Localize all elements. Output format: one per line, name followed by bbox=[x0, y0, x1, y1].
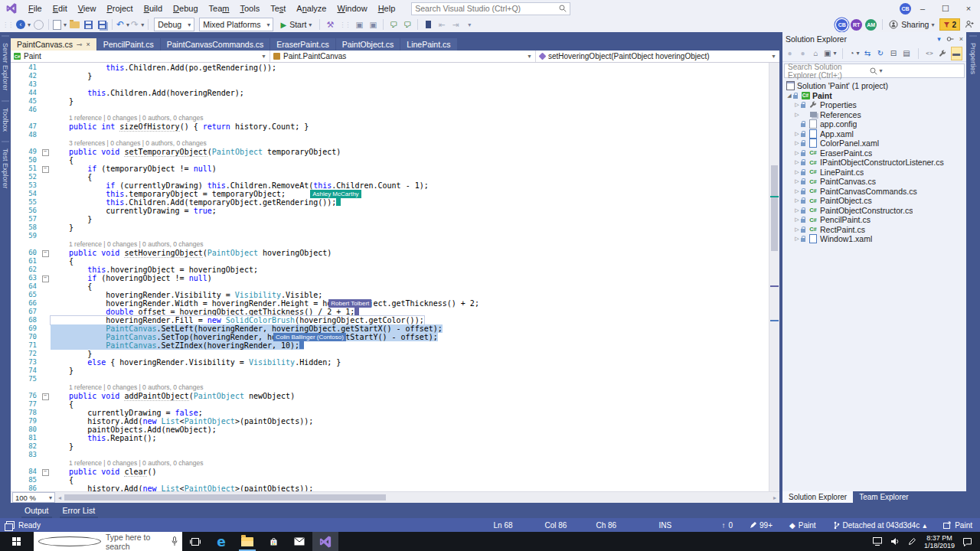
panel-tab-output[interactable]: Output bbox=[24, 506, 49, 515]
fold-marker-icon[interactable]: − bbox=[40, 392, 51, 400]
codelens-row[interactable]: 1 reference | 0 changes | 0 authors, 0 c… bbox=[11, 114, 769, 122]
next-bookmark-icon[interactable]: ⇥ bbox=[449, 18, 462, 31]
prev-bookmark-icon[interactable]: ⇤ bbox=[436, 18, 448, 31]
dock-tab-properties[interactable]: Properties bbox=[969, 35, 977, 80]
switch-views-icon[interactable]: ▣▾ bbox=[824, 47, 836, 60]
panel-close-icon[interactable]: × bbox=[959, 35, 963, 43]
solution-explorer-search[interactable]: Search Solution Explorer (Ctrl+;) ▾ bbox=[784, 64, 965, 78]
code-line[interactable]: 63− if (hoveringObject != null) bbox=[11, 274, 769, 282]
comment-icon[interactable]: 🗩 bbox=[387, 18, 400, 31]
file-explorer-taskbar-button[interactable] bbox=[234, 532, 260, 551]
menu-tools[interactable]: Tools bbox=[234, 4, 265, 13]
navigate-forward-button[interactable] bbox=[32, 18, 44, 31]
tree-item-app-config[interactable]: app.config bbox=[782, 119, 966, 129]
volume-icon[interactable] bbox=[890, 537, 900, 546]
solution-platforms-dropdown[interactable]: Mixed Platforms▾ bbox=[199, 18, 273, 31]
pin-icon[interactable] bbox=[946, 35, 954, 43]
sync-with-active-document-icon[interactable]: ⇆ bbox=[863, 47, 873, 60]
fold-marker-icon[interactable]: − bbox=[40, 468, 51, 476]
dock-tab-server-explorer[interactable]: Server Explorer bbox=[2, 35, 9, 97]
attach-to-process-icon[interactable]: ⚒ bbox=[324, 18, 336, 31]
expander-icon[interactable]: ▷ bbox=[793, 236, 801, 242]
code-line[interactable]: 64 { bbox=[11, 282, 769, 291]
code-line[interactable]: 44 this.Children.Add(hoveringRender); bbox=[11, 89, 769, 97]
code-line[interactable]: 50 { bbox=[11, 156, 769, 165]
code-line[interactable]: 67 double offset = hoveringObject.getThi… bbox=[11, 308, 769, 316]
tree-item-linepaint-cs[interactable]: ▷C#LinePaint.cs bbox=[782, 168, 966, 178]
code-line[interactable]: 79 history.Add(new List<PaintObject>(pai… bbox=[11, 417, 769, 425]
tree-item-paintcanvascommands-cs[interactable]: ▷C#PaintCanvasCommands.cs bbox=[782, 187, 966, 197]
code-line[interactable]: 83 bbox=[11, 451, 769, 459]
expander-icon[interactable]: ▷ bbox=[793, 112, 801, 118]
code-line[interactable]: 69 PaintCanvas.SetLeft(hoveringRender, h… bbox=[11, 324, 769, 333]
code-line[interactable]: 74 } bbox=[11, 367, 769, 375]
filter-badge[interactable]: 2 bbox=[939, 18, 960, 31]
pin-icon[interactable]: ⊸ bbox=[77, 41, 83, 48]
expander-icon[interactable]: ▷ bbox=[793, 102, 801, 108]
tree-item-pencilpaint-cs[interactable]: ▷C#PencilPaint.cs bbox=[782, 215, 966, 225]
undo-button[interactable]: ↶▾ bbox=[116, 18, 129, 31]
menu-file[interactable]: File bbox=[23, 4, 47, 13]
menu-edit[interactable]: Edit bbox=[47, 4, 73, 13]
tree-item-eraserpaint-cs[interactable]: ▷C#EraserPaint.cs bbox=[782, 148, 966, 158]
hscroll-left-arrow[interactable]: ◂ bbox=[58, 494, 61, 501]
collaborator-avatar-cb[interactable]: CB bbox=[836, 19, 848, 31]
editor-horizontal-scrollbar[interactable]: 100 %▾ ◂ ▸ bbox=[11, 491, 779, 503]
expander-icon[interactable]: ▷ bbox=[793, 207, 801, 214]
menu-debug[interactable]: Debug bbox=[168, 4, 203, 13]
code-line[interactable]: 73 else { hoveringRender.Visibility = Vi… bbox=[11, 358, 769, 367]
codelens-row[interactable]: 1 reference | 0 changes | 0 authors, 0 c… bbox=[11, 240, 769, 249]
refresh-icon[interactable]: ↻ bbox=[876, 47, 886, 60]
taskbar-search-box[interactable]: Type here to search bbox=[34, 532, 182, 551]
save-all-button[interactable] bbox=[96, 18, 108, 31]
code-line[interactable]: 65 hoveringRender.Visibility = Visibilit… bbox=[11, 291, 769, 299]
scrollbar-thumb[interactable] bbox=[771, 165, 778, 251]
find-in-files-icon[interactable]: ▣ bbox=[353, 18, 365, 31]
feedback-icon[interactable] bbox=[965, 20, 974, 29]
tree-item-solution[interactable]: Solution 'Paint' (1 project) bbox=[782, 81, 966, 91]
taskbar-clock[interactable]: 8:37 PM 1/18/2019 bbox=[924, 534, 955, 549]
dock-tab-test-explorer[interactable]: Test Explorer bbox=[2, 141, 9, 195]
hscroll-right-arrow[interactable]: ▸ bbox=[773, 494, 776, 501]
pending-changes-filter-icon[interactable]: ◔▾ bbox=[849, 47, 859, 60]
collaborator-avatar-am[interactable]: AM bbox=[865, 19, 877, 31]
zoom-dropdown[interactable]: 100 %▾ bbox=[12, 492, 55, 503]
edge-taskbar-button[interactable]: e bbox=[208, 532, 234, 551]
code-line[interactable]: 54 this.temporaryObject = temporaryObjec… bbox=[11, 190, 769, 198]
minimize-button[interactable]: – bbox=[911, 0, 934, 17]
tree-item-app-xaml[interactable]: ▷App.xaml bbox=[782, 129, 966, 139]
editor-tab-eraserpaint-cs[interactable]: EraserPaint.cs bbox=[270, 38, 335, 51]
home-icon[interactable]: ⌂ bbox=[811, 47, 821, 60]
menu-project[interactable]: Project bbox=[101, 4, 138, 13]
fold-marker-icon[interactable]: − bbox=[40, 274, 51, 282]
code-line[interactable]: 68 hoveringRender.Fill = new SolidColorB… bbox=[11, 316, 769, 324]
expander-icon[interactable]: ◢ bbox=[786, 93, 793, 99]
hscroll-thumb[interactable] bbox=[64, 494, 386, 500]
menu-team[interactable]: Team bbox=[204, 4, 235, 13]
tree-item-paintobject-cs[interactable]: ▷C#PaintObject.cs bbox=[782, 196, 966, 206]
fold-marker-icon[interactable]: − bbox=[40, 148, 51, 156]
maximize-button[interactable]: ☐ bbox=[934, 0, 957, 17]
properties-icon[interactable] bbox=[938, 47, 948, 60]
editor-tab-paintcanvascommands-cs[interactable]: PaintCanvasCommands.cs bbox=[161, 38, 270, 51]
tree-item-paintcanvas-cs[interactable]: ▷C#PaintCanvas.cs bbox=[782, 177, 966, 187]
editor-tab-paintobject-cs[interactable]: PaintObject.cs bbox=[336, 38, 400, 51]
action-center-icon[interactable] bbox=[962, 537, 972, 546]
solution-configurations-dropdown[interactable]: Debug▾ bbox=[154, 18, 194, 31]
se-back-icon[interactable]: ● bbox=[785, 47, 795, 60]
se-bottom-tab-team-explorer[interactable]: Team Explorer bbox=[853, 491, 914, 503]
code-editor[interactable]: 41 this.Children.Add(po.getRendering());… bbox=[11, 63, 779, 491]
codelens-row[interactable]: 1 reference | 0 changes | 0 authors, 0 c… bbox=[11, 459, 769, 468]
code-line[interactable]: 42 } bbox=[11, 72, 769, 80]
navigate-back-button[interactable]: ‹▾ bbox=[16, 18, 31, 31]
start-debug-button[interactable]: ▶Start▾ bbox=[276, 18, 315, 31]
code-line[interactable]: 86 history.Add(new List<PaintObject>(pai… bbox=[11, 484, 769, 491]
incoming-commits-indicator[interactable]: ↑0 bbox=[722, 521, 733, 530]
visual-studio-taskbar-button[interactable] bbox=[312, 532, 338, 551]
code-line[interactable]: 55 this.Children.Add(temporaryObject.get… bbox=[11, 198, 769, 207]
tree-item-paintobjectconstructor-cs[interactable]: ▷C#PaintObjectConstructor.cs bbox=[782, 206, 966, 216]
expander-icon[interactable]: ▷ bbox=[793, 131, 801, 137]
branch-indicator[interactable]: Detached at 043d3d4c▴ bbox=[833, 521, 927, 530]
pending-edits-indicator[interactable]: 99+ bbox=[750, 521, 773, 530]
vs-search-box[interactable]: Search Visual Studio (Ctrl+Q) bbox=[411, 2, 570, 15]
